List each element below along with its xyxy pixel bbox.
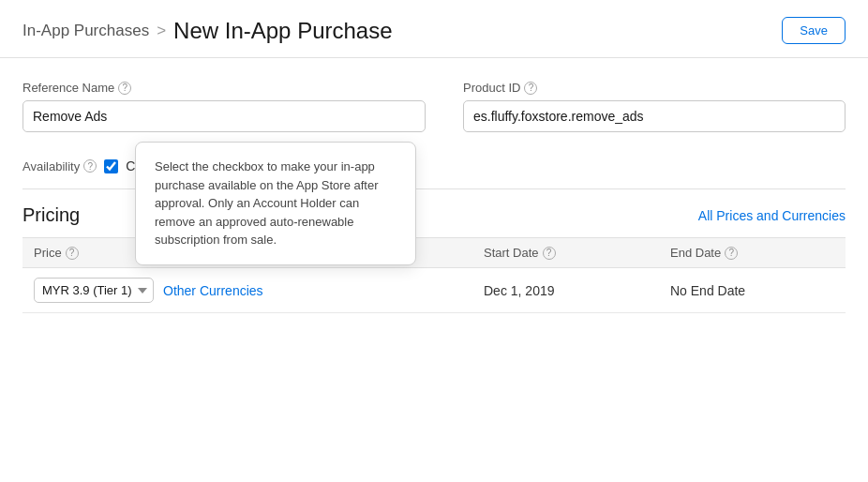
form-row-main: Reference Name ? Product ID ? xyxy=(22,81,846,132)
availability-checkbox[interactable] xyxy=(104,159,118,173)
reference-name-help-icon[interactable]: ? xyxy=(118,82,131,95)
price-col-help-icon[interactable]: ? xyxy=(66,247,79,260)
start-date-col-help-icon[interactable]: ? xyxy=(543,247,556,260)
product-id-label: Product ID ? xyxy=(463,81,846,95)
price-cell: MYR 3.9 (Tier 1) Other Currencies xyxy=(22,268,472,312)
end-date-value: No End Date xyxy=(670,283,745,298)
header: In-App Purchases > New In-App Purchase S… xyxy=(0,0,868,58)
product-id-group: Product ID ? xyxy=(463,81,846,132)
save-button[interactable]: Save xyxy=(782,17,846,44)
breadcrumb-separator: > xyxy=(157,22,166,40)
col-header-end-date: End Date ? xyxy=(659,238,846,267)
reference-name-label: Reference Name ? xyxy=(22,81,426,95)
availability-row: Availability ? Cleared for S Select the … xyxy=(22,151,846,189)
end-date-col-help-icon[interactable]: ? xyxy=(725,247,738,260)
breadcrumb-current: New In-App Purchase xyxy=(173,18,392,44)
pricing-title: Pricing xyxy=(22,204,80,226)
form-area: Reference Name ? Product ID ? Availabili… xyxy=(0,58,868,189)
product-id-help-icon[interactable]: ? xyxy=(524,82,537,95)
price-select[interactable]: MYR 3.9 (Tier 1) xyxy=(34,278,154,303)
product-id-input[interactable] xyxy=(463,100,846,132)
price-select-wrapper: MYR 3.9 (Tier 1) Other Currencies xyxy=(34,278,263,303)
reference-name-input[interactable] xyxy=(22,100,426,132)
breadcrumb-parent[interactable]: In-App Purchases xyxy=(22,22,149,40)
end-date-cell: No End Date xyxy=(659,274,846,308)
all-prices-link[interactable]: All Prices and Currencies xyxy=(698,208,846,223)
start-date-cell: Dec 1, 2019 xyxy=(472,274,659,308)
availability-label: Availability ? xyxy=(22,159,97,173)
availability-tooltip: Select the checkbox to make your in-app … xyxy=(135,142,416,265)
reference-name-group: Reference Name ? xyxy=(22,81,426,132)
availability-help-icon[interactable]: ? xyxy=(83,159,97,173)
start-date-value: Dec 1, 2019 xyxy=(484,283,555,298)
breadcrumb: In-App Purchases > New In-App Purchase xyxy=(22,18,393,44)
pricing-section: Pricing All Prices and Currencies Price … xyxy=(0,189,868,313)
table-row: MYR 3.9 (Tier 1) Other Currencies Dec 1,… xyxy=(22,268,846,313)
col-header-start-date: Start Date ? xyxy=(472,238,659,267)
page: In-App Purchases > New In-App Purchase S… xyxy=(0,0,868,482)
other-currencies-link[interactable]: Other Currencies xyxy=(163,283,263,298)
